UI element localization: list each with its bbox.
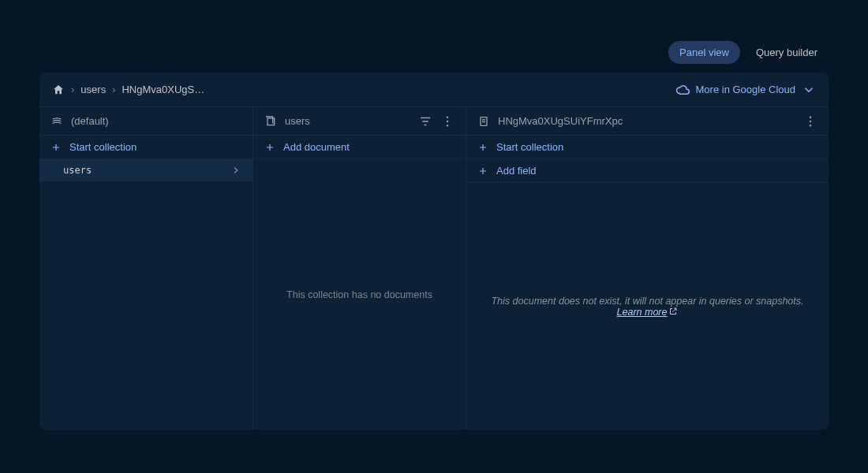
- collection-icon: [264, 115, 277, 128]
- panel-database-title: (default): [71, 115, 109, 127]
- panel-database: (default) Start collection users: [39, 107, 253, 430]
- collection-item-users[interactable]: users: [39, 159, 253, 181]
- breadcrumb-bar: › users › HNgMva0XUgS… More in Google Cl…: [39, 73, 829, 107]
- filter-icon[interactable]: [418, 114, 432, 128]
- panel-collection-header: users: [253, 107, 466, 136]
- learn-more-link[interactable]: Learn more: [617, 307, 679, 318]
- plus-icon: [51, 142, 62, 153]
- svg-point-7: [810, 125, 811, 126]
- plus-icon: [477, 142, 488, 153]
- panels: (default) Start collection users users: [39, 107, 829, 430]
- document-empty-prefix: This document does not exist, it will no…: [491, 296, 803, 307]
- data-card: › users › HNgMva0XUgS… More in Google Cl…: [39, 73, 829, 430]
- add-field-button[interactable]: Add field: [466, 159, 829, 183]
- start-collection-label: Start collection: [69, 141, 137, 153]
- view-toggle: Panel view Query builder: [668, 41, 829, 64]
- more-in-google-cloud-link[interactable]: More in Google Cloud: [675, 83, 816, 97]
- panel-document: HNgMva0XUgSUiYFmrXpc Start collection Ad…: [466, 107, 829, 430]
- svg-point-5: [810, 116, 811, 117]
- plus-icon: [477, 166, 488, 177]
- more-vert-icon[interactable]: [803, 114, 817, 128]
- panel-collection: users Add document This collection has n…: [253, 107, 466, 430]
- database-icon: [51, 115, 63, 128]
- document-icon: [477, 115, 490, 128]
- svg-point-2: [447, 120, 448, 121]
- chevron-right-icon: ›: [71, 84, 74, 95]
- more-vert-icon[interactable]: [440, 114, 455, 128]
- breadcrumb-users[interactable]: users: [80, 84, 106, 95]
- add-field-label: Add field: [496, 165, 537, 177]
- open-in-new-icon: [668, 307, 678, 316]
- chevron-right-icon: ›: [112, 84, 115, 95]
- doc-start-collection-button[interactable]: Start collection: [466, 136, 829, 159]
- add-document-label: Add document: [283, 141, 350, 153]
- cloud-icon: [675, 83, 690, 97]
- home-icon[interactable]: [52, 84, 65, 96]
- collection-item-label: users: [63, 165, 92, 176]
- svg-point-6: [810, 120, 811, 121]
- svg-point-3: [447, 125, 448, 126]
- panel-database-header: (default): [39, 107, 253, 136]
- more-in-google-cloud-label: More in Google Cloud: [696, 84, 795, 95]
- panel-document-title: HNgMva0XUgSUiYFmrXpc: [498, 115, 623, 127]
- breadcrumb: › users › HNgMva0XUgS…: [52, 84, 204, 96]
- panel-document-header: HNgMva0XUgSUiYFmrXpc: [466, 107, 829, 136]
- query-builder-tab[interactable]: Query builder: [745, 41, 829, 64]
- collection-empty-message: This collection has no documents: [286, 289, 432, 300]
- plus-icon: [264, 142, 275, 153]
- start-collection-button[interactable]: Start collection: [39, 136, 253, 159]
- document-empty-message: This document does not exist, it will no…: [482, 296, 813, 318]
- panel-collection-title: users: [285, 115, 310, 127]
- panel-view-tab[interactable]: Panel view: [668, 41, 740, 64]
- breadcrumb-doc-id[interactable]: HNgMva0XUgS…: [122, 84, 204, 95]
- svg-rect-0: [268, 118, 275, 125]
- add-document-button[interactable]: Add document: [253, 136, 466, 159]
- chevron-right-icon: [230, 165, 241, 176]
- chevron-down-icon: [802, 83, 816, 97]
- svg-point-1: [447, 116, 448, 117]
- doc-start-collection-label: Start collection: [496, 141, 563, 153]
